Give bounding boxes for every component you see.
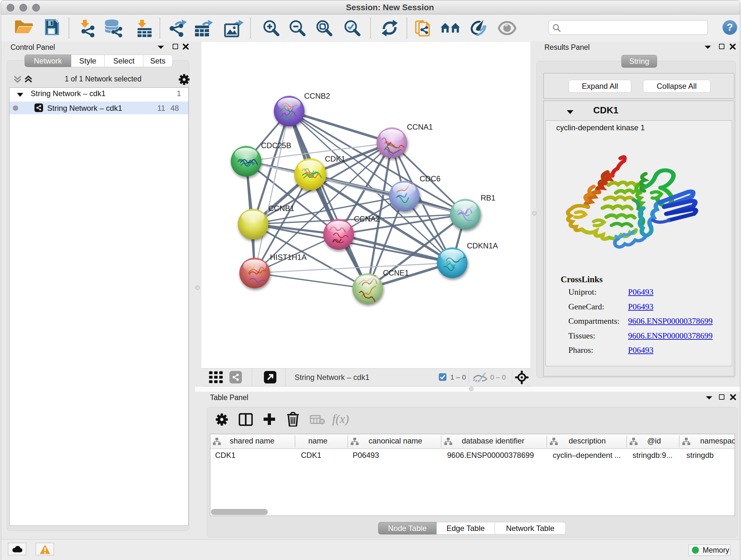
svg-text:CDC6: CDC6 bbox=[420, 174, 441, 183]
svg-text:CCNA1: CCNA1 bbox=[407, 123, 433, 131]
svg-text:HIST1H1A: HIST1H1A bbox=[270, 253, 307, 261]
svg-text:CDC25B: CDC25B bbox=[261, 141, 291, 150]
svg-text:CCNB1: CCNB1 bbox=[268, 204, 294, 212]
svg-text:CCNE1: CCNE1 bbox=[383, 268, 409, 277]
svg-text:CCNB2: CCNB2 bbox=[304, 91, 330, 100]
svg-text:CDK1: CDK1 bbox=[325, 154, 345, 163]
svg-text:CCNA2: CCNA2 bbox=[354, 214, 380, 223]
svg-text:CDKN1A: CDKN1A bbox=[467, 241, 498, 250]
svg-text:RB1: RB1 bbox=[481, 193, 495, 202]
